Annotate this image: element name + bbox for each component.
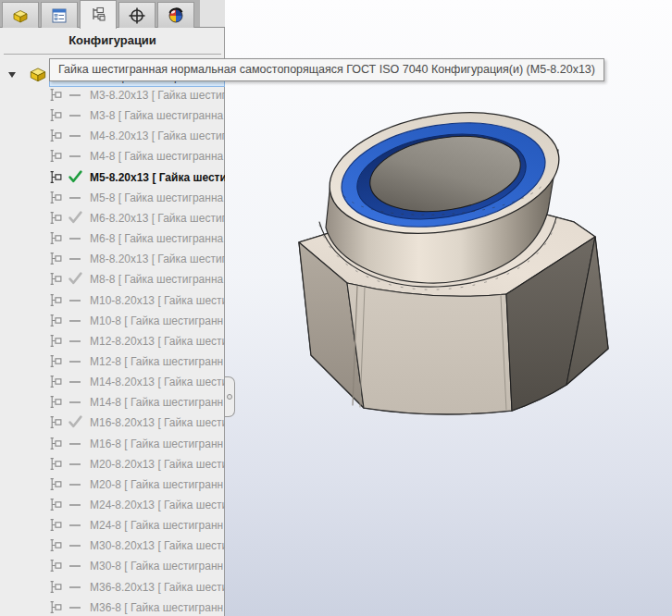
config-label: M14-8 [ Гайка шестигранн: [90, 392, 225, 413]
expand-arrow-icon[interactable]: [7, 71, 17, 79]
panel-splitter[interactable]: [225, 376, 235, 417]
tab-featuremanager[interactable]: [2, 2, 39, 28]
config-label: M3-8 [ Гайка шестигранна: [90, 105, 225, 126]
config-row[interactable]: M8-8 [ Гайка шестигранна: [0, 269, 225, 290]
config-label: M10-8 [ Гайка шестигранн: [90, 311, 225, 331]
solidworks-window: Конфигурации Гайка шестигранная нормальн…: [0, 0, 672, 616]
config-row[interactable]: M20-8.20x13 [ Гайка шести: [0, 454, 225, 474]
inactive-dash-icon: [68, 108, 83, 123]
config-label: M12-8 [ Гайка шестигранн: [90, 351, 225, 372]
inactive-dash-icon: [68, 395, 83, 410]
config-row[interactable]: M20-8 [ Гайка шестигранн: [0, 474, 225, 495]
inactive-dash-icon: [68, 477, 83, 492]
inactive-dash-icon: [68, 129, 83, 143]
config-row[interactable]: M16-8.20x13 [ Гайка шести: [0, 413, 225, 433]
tab-dimxpertmanager[interactable]: [118, 2, 156, 28]
tab-propertymanager[interactable]: [41, 2, 78, 28]
config-icon: [49, 334, 63, 351]
config-row[interactable]: M8-8.20x13 [ Гайка шестиг: [0, 249, 225, 269]
config-icon: [49, 518, 63, 536]
inactive-dash-icon: [68, 580, 83, 595]
config-row[interactable]: M30-8.20x13 [ Гайка шести: [0, 536, 225, 556]
inactive-dash-icon: [68, 88, 83, 103]
config-label: M6-8 [ Гайка шестигранна: [90, 228, 225, 249]
graphics-viewport[interactable]: [225, 0, 672, 616]
config-label: M6-8.20x13 [ Гайка шестиг: [90, 208, 225, 228]
inactive-dash-icon: [68, 375, 83, 389]
part-icon: [11, 6, 30, 25]
config-icon: [49, 600, 63, 616]
splitter-knob-icon: [227, 394, 232, 400]
config-row[interactable]: M14-8.20x13 [ Гайка шести: [0, 372, 225, 392]
inactive-dash-icon: [68, 231, 83, 246]
config-row[interactable]: M30-8 [ Гайка шестигранн: [0, 556, 225, 576]
config-icon: [49, 375, 63, 392]
used-check-icon: [68, 272, 83, 287]
inactive-dash-icon: [68, 293, 83, 308]
inactive-dash-icon: [68, 559, 83, 573]
config-icon: [49, 314, 63, 331]
config-row[interactable]: M24-8.20x13 [ Гайка шести: [0, 495, 225, 515]
tab-displaymanager[interactable]: [157, 2, 194, 28]
config-icon: [49, 149, 63, 166]
config-row[interactable]: M6-8 [ Гайка шестигранна: [0, 228, 225, 249]
model-hex-nut[interactable]: [225, 0, 672, 616]
config-row[interactable]: M4-8 [ Гайка шестигранна: [0, 146, 225, 166]
config-icon: [49, 538, 63, 556]
config-row[interactable]: M3-8.20x13 [ Гайка шестиг: [0, 85, 225, 105]
used-check-icon: [68, 211, 83, 226]
config-label: M10-8.20x13 [ Гайка шести: [90, 290, 225, 311]
config-label: M14-8.20x13 [ Гайка шести: [90, 372, 225, 392]
config-icon: [49, 129, 63, 146]
config-icon: [49, 477, 63, 495]
inactive-dash-icon: [68, 191, 83, 205]
config-label: M36-8.20x13 [ Гайка шести: [90, 577, 225, 598]
config-label: M4-8.20x13 [ Гайка шестиг: [90, 126, 225, 146]
panel-title: Конфигурации: [0, 28, 225, 52]
config-row[interactable]: M14-8 [ Гайка шестигранн: [0, 392, 225, 413]
config-icon: [49, 231, 63, 249]
config-row[interactable]: M10-8.20x13 [ Гайка шести: [0, 290, 225, 311]
config-icon: [49, 395, 63, 413]
config-label: M36-8 [ Гайка шестигранн: [90, 598, 225, 616]
config-row[interactable]: M3-8 [ Гайка шестигранна: [0, 105, 225, 126]
inactive-dash-icon: [68, 252, 83, 266]
inactive-dash-icon: [68, 334, 83, 349]
inactive-dash-icon: [68, 354, 83, 369]
nut-front-face: [347, 283, 512, 414]
inactive-dash-icon: [68, 314, 83, 328]
property-icon: [50, 6, 68, 25]
panel-divider: [4, 54, 221, 55]
config-label: M12-8.20x13 [ Гайка шести: [90, 331, 225, 351]
config-label: M30-8.20x13 [ Гайка шести: [90, 536, 225, 556]
config-icon: [49, 437, 63, 454]
config-row[interactable]: M16-8 [ Гайка шестигранн: [0, 434, 225, 454]
config-row[interactable]: M12-8 [ Гайка шестигранн: [0, 351, 225, 372]
config-row[interactable]: M12-8.20x13 [ Гайка шести: [0, 331, 225, 351]
config-row[interactable]: M10-8 [ Гайка шестигранн: [0, 311, 225, 331]
config-icon: [49, 191, 63, 208]
config-icon: [49, 211, 63, 228]
tab-configurationmanager[interactable]: [80, 0, 117, 29]
configuration-icon: [89, 6, 107, 24]
config-icon: [49, 457, 63, 474]
config-row[interactable]: M36-8.20x13 [ Гайка шести: [0, 577, 225, 598]
config-row[interactable]: M24-8 [ Гайка шестигранн: [0, 515, 225, 536]
config-label: M8-8.20x13 [ Гайка шестиг: [90, 249, 225, 269]
config-row[interactable]: M4-8.20x13 [ Гайка шестиг: [0, 126, 225, 146]
config-icon: [49, 293, 63, 311]
active-check-icon: [68, 170, 83, 185]
config-icon: [49, 498, 63, 515]
config-row[interactable]: M5-8 [ Гайка шестигранна: [0, 188, 225, 208]
config-row[interactable]: M6-8.20x13 [ Гайка шестиг: [0, 208, 225, 228]
config-icon: [49, 354, 63, 372]
config-label: M4-8 [ Гайка шестигранна: [90, 146, 225, 166]
config-tooltip: Гайка шестигранная нормальная самостопор…: [49, 58, 604, 81]
inactive-dash-icon: [68, 600, 83, 615]
config-row[interactable]: M36-8 [ Гайка шестигранн: [0, 598, 225, 616]
config-label: M8-8 [ Гайка шестигранна: [90, 269, 225, 290]
config-row[interactable]: M5-8.20x13 [ Гайка шестиг: [0, 167, 225, 188]
config-icon: [49, 88, 63, 105]
config-label: M20-8 [ Гайка шестигранн: [90, 474, 225, 495]
configuration-manager-panel: Конфигурации Гайка шестигранная нормальн…: [0, 0, 225, 616]
